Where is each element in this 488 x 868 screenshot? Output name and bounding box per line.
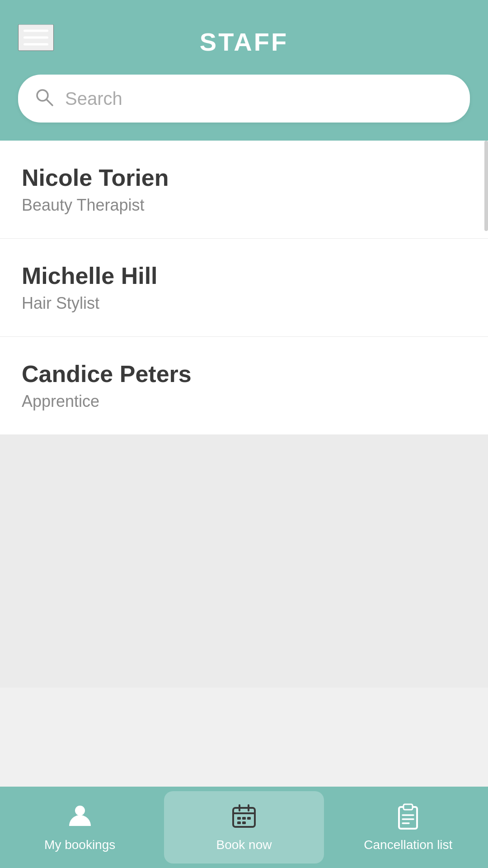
staff-item-candice[interactable]: Candice Peters Apprentice <box>0 337 488 434</box>
bottom-nav: My bookings Book now <box>0 787 488 868</box>
nav-label-my-bookings: My bookings <box>44 838 115 852</box>
staff-list: Nicole Torien Beauty Therapist Michelle … <box>0 141 488 434</box>
staff-name: Michelle Hill <box>22 262 466 289</box>
clipboard-icon <box>394 802 422 833</box>
svg-point-2 <box>75 806 85 816</box>
svg-rect-9 <box>247 817 251 820</box>
svg-line-1 <box>47 99 52 105</box>
staff-role: Hair Stylist <box>22 294 466 313</box>
search-bar <box>18 75 470 123</box>
page-title: STAFF <box>200 27 288 57</box>
staff-item-nicole[interactable]: Nicole Torien Beauty Therapist <box>0 141 488 239</box>
svg-rect-11 <box>242 821 246 824</box>
app-header: STAFF <box>0 0 488 75</box>
staff-name: Nicole Torien <box>22 164 466 191</box>
nav-item-cancellation-list[interactable]: Cancellation list <box>328 787 488 868</box>
svg-rect-7 <box>237 817 241 820</box>
staff-role: Apprentice <box>22 392 466 411</box>
search-input[interactable] <box>65 89 454 109</box>
svg-rect-10 <box>237 821 241 824</box>
scroll-indicator <box>484 141 488 231</box>
nav-item-my-bookings[interactable]: My bookings <box>0 787 160 868</box>
nav-label-cancellation-list: Cancellation list <box>364 838 452 852</box>
hamburger-menu-button[interactable] <box>18 24 54 51</box>
staff-name: Candice Peters <box>22 360 466 387</box>
staff-item-michelle[interactable]: Michelle Hill Hair Stylist <box>0 239 488 337</box>
search-icon <box>34 87 54 110</box>
calendar-icon <box>230 802 258 833</box>
svg-rect-8 <box>242 817 246 820</box>
search-container <box>0 75 488 141</box>
person-icon <box>66 802 94 833</box>
staff-role: Beauty Therapist <box>22 196 466 215</box>
nav-label-book-now: Book now <box>216 838 272 852</box>
svg-rect-13 <box>404 804 413 810</box>
empty-content-area <box>0 434 488 688</box>
nav-item-book-now[interactable]: Book now <box>164 791 324 863</box>
